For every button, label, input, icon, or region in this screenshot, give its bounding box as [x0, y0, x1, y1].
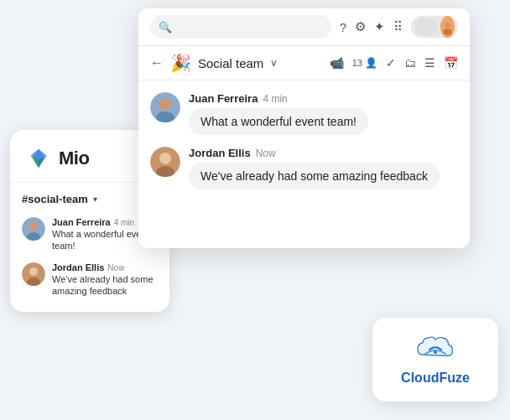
mio-avatar-jordan — [22, 262, 45, 286]
video-icon[interactable]: 📹 — [330, 56, 344, 70]
chat-msg-content-2: Jordan Ellis Now We've already had some … — [189, 147, 440, 189]
calendar-icon[interactable]: 📅 — [444, 56, 458, 70]
sparkle-icon[interactable]: ✦ — [374, 19, 385, 34]
mio-gem-icon — [25, 145, 52, 172]
check-icon[interactable]: ✓ — [386, 56, 396, 70]
channel-chevron-icon[interactable]: ∨ — [270, 57, 278, 69]
chat-sender-2: Jordan Ellis — [189, 147, 251, 159]
mio-message-2: Jordan Ellis Now We've already had some … — [10, 257, 169, 303]
mio-msg-time-1: 4 min — [114, 218, 134, 227]
channel-actions: 📹 13 👤 ✓ 🗂 ☰ 📅 — [330, 56, 458, 70]
topbar-account-pill[interactable] — [411, 16, 458, 38]
settings-icon[interactable]: ⚙ — [355, 19, 366, 34]
svg-point-9 — [443, 29, 452, 35]
chat-message-row-2: Jordan Ellis Now We've already had some … — [150, 147, 458, 189]
mio-avatar-juan — [22, 217, 45, 241]
members-count: 13 — [352, 58, 362, 68]
chat-msg-meta-1: Juan Ferreira 4 min — [189, 92, 368, 105]
mio-msg-meta-2: Jordan Ellis Now — [52, 262, 158, 272]
back-button[interactable]: ← — [150, 55, 164, 70]
chat-msg-meta-2: Jordan Ellis Now — [189, 147, 440, 159]
mio-channel-chevron-icon: ▾ — [93, 194, 97, 204]
chat-topbar: 🔍 ? ⚙ ✦ ⠿ — [138, 8, 470, 46]
topbar-user-avatar[interactable] — [440, 16, 455, 38]
chat-time-1: 4 min — [263, 93, 287, 105]
cloudfuze-icon — [415, 334, 455, 364]
channel-emoji: 🎉 — [170, 53, 191, 73]
chat-msg-content-1: Juan Ferreira 4 min What a wonderful eve… — [189, 92, 368, 135]
cloudfuze-logo — [415, 334, 455, 364]
mio-channel-name: #social-team — [22, 193, 88, 205]
chat-message-row-1: Juan Ferreira 4 min What a wonderful eve… — [150, 92, 458, 135]
chat-channel-bar: ← 🎉 Social team ∨ 📹 13 👤 ✓ 🗂 ☰ 📅 — [138, 46, 470, 80]
chat-sender-1: Juan Ferreira — [189, 92, 258, 105]
svg-point-11 — [159, 98, 171, 110]
chat-window: 🔍 ? ⚙ ✦ ⠿ ← 🎉 Social team ∨ — [138, 8, 470, 248]
mio-msg-text-2: We've already had some amazing feedback — [52, 273, 158, 298]
help-icon[interactable]: ? — [340, 20, 346, 34]
svg-point-5 — [29, 267, 38, 276]
svg-point-8 — [445, 23, 450, 29]
chat-messages: Juan Ferreira 4 min What a wonderful eve… — [138, 80, 470, 248]
svg-point-2 — [29, 222, 38, 231]
mio-msg-time-2: Now — [107, 263, 124, 272]
chat-avatar-jordan — [150, 147, 180, 177]
person-icon: 👤 — [365, 57, 377, 69]
mio-brand-name: Mio — [59, 148, 89, 169]
archive-icon[interactable]: ☰ — [424, 56, 435, 70]
chat-bubble-2: We've already had some amazing feedback — [189, 163, 440, 189]
svg-point-14 — [159, 153, 171, 164]
cloudfuze-card: CloudFuze — [372, 318, 498, 402]
search-icon: 🔍 — [159, 21, 172, 34]
folder-icon[interactable]: 🗂 — [404, 56, 416, 70]
members-badge[interactable]: 13 👤 — [352, 57, 377, 69]
svg-point-16 — [434, 350, 437, 354]
chat-avatar-juan — [150, 92, 180, 122]
mio-msg-sender-2: Jordan Ellis — [52, 262, 104, 272]
chat-time-2: Now — [256, 148, 276, 159]
mio-msg-sender-1: Juan Ferreira — [52, 217, 111, 227]
channel-title: Social team — [198, 56, 263, 70]
mio-msg-body-2: Jordan Ellis Now We've already had some … — [52, 262, 158, 298]
apps-icon[interactable]: ⠿ — [393, 19, 403, 34]
chat-bubble-1: What a wonderful event team! — [189, 108, 368, 135]
chat-topbar-icons: ? ⚙ ✦ ⠿ — [340, 16, 458, 38]
chat-search-box[interactable]: 🔍 — [150, 15, 331, 39]
cloudfuze-name: CloudFuze — [401, 371, 470, 386]
